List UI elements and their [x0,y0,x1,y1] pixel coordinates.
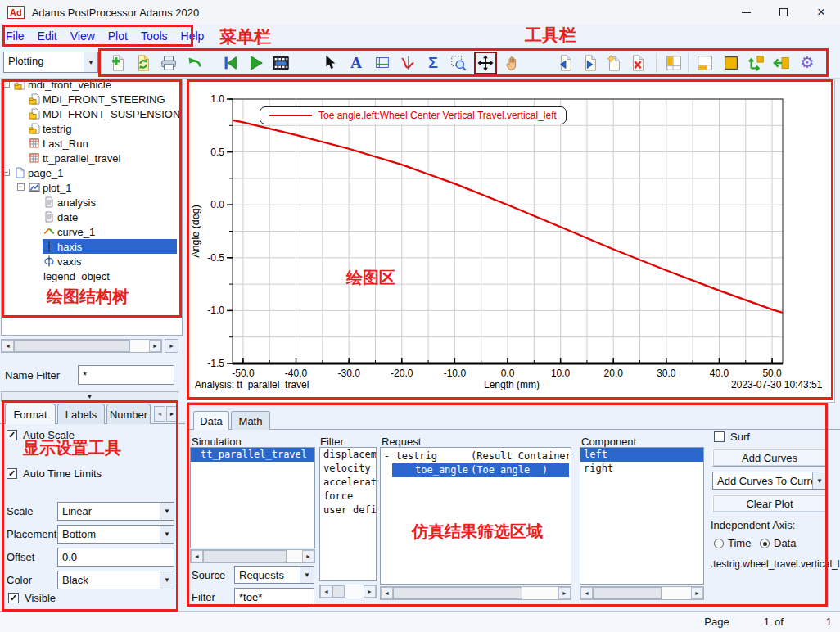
clear-plot-button[interactable]: Clear Plot [712,494,827,512]
chevron-down-icon[interactable]: ▼ [160,503,174,520]
tree-item-testrig[interactable]: testrig [2,121,183,136]
pane-next-button[interactable]: ► [165,339,178,353]
swap-axes-icon[interactable] [747,53,766,73]
scroll-right-icon[interactable]: ► [302,550,314,562]
scroll-right-icon[interactable]: ► [364,585,376,598]
tree-item-MDI_FRONT_STEERING[interactable]: MDI_FRONT_STEERING [2,92,183,106]
component-list[interactable]: leftright [580,447,704,585]
maximize-button[interactable] [765,0,802,25]
component-item[interactable]: left [580,448,703,462]
close-button[interactable]: × [802,0,840,25]
mode-select[interactable]: Plotting ▼ [3,52,98,73]
tree-item-MDI_FRONT_SUSPENSION[interactable]: MDI_FRONT_SUSPENSION [2,106,183,121]
menu-edit[interactable]: Edit [31,29,64,43]
tree-collapse-bar[interactable]: ▼ [1,391,178,402]
menu-view[interactable]: View [64,29,102,43]
component-h-scrollbar[interactable]: ◄► [580,586,704,600]
select-cursor-icon[interactable] [320,53,340,73]
scale-select[interactable]: Linear▼ [57,502,174,521]
layout-bottom-icon[interactable] [695,53,715,73]
add-page-icon[interactable] [604,53,624,73]
menu-plot[interactable]: Plot [102,29,134,43]
scroll-left-icon[interactable]: ◄ [580,587,593,599]
reload-icon[interactable] [133,53,153,73]
tree-expander-icon[interactable]: − [17,183,25,191]
scroll-thumb[interactable] [593,587,662,599]
animation-icon[interactable] [271,53,291,73]
play-icon[interactable] [246,53,265,73]
sigma-icon[interactable]: Σ [423,53,443,73]
tab-next-button[interactable]: ► [166,406,178,422]
auto-time-limits-checkbox[interactable]: ✓ Auto Time Limits [7,467,102,480]
tree-expander-icon[interactable]: − [2,80,10,88]
chevron-down-icon[interactable]: ▼ [160,571,174,589]
simulation-item[interactable]: tt_parallel_travel [191,448,314,462]
scroll-right-icon[interactable]: ► [558,587,571,599]
filter-item[interactable]: force [320,490,376,503]
simulation-h-scrollbar[interactable]: ◄► [190,549,315,563]
scroll-left-icon[interactable]: ◄ [2,340,14,352]
tree-expander-icon[interactable]: − [2,169,10,176]
minimize-button[interactable] [727,0,765,25]
tab-prev-button[interactable]: ◄ [154,406,165,422]
placement-select[interactable]: Bottom▼ [57,525,174,544]
source-select[interactable]: Requests ▼ [234,566,314,584]
results-tab-data[interactable]: Data [193,411,229,430]
menu-tools[interactable]: Tools [134,29,174,43]
layout-full-icon[interactable] [721,53,741,73]
prev-page-icon[interactable] [555,53,575,73]
color-select[interactable]: Black▼ [57,571,174,589]
scroll-thumb[interactable] [14,340,130,352]
tree-item-haxis[interactable]: haxis [2,239,183,254]
curve-edit-icon[interactable] [398,53,418,73]
scroll-thumb[interactable] [203,550,287,562]
filter-item[interactable]: displacement [320,448,376,462]
scroll-left-icon[interactable]: ◄ [320,585,332,598]
next-page-icon[interactable] [580,53,600,73]
component-item[interactable]: right [580,462,703,476]
tab-number[interactable]: Number [106,404,151,424]
tree-item-legend_object[interactable]: legend_object [2,269,183,283]
settings-icon[interactable]: ⚙ [797,53,817,73]
tab-labels[interactable]: Labels [57,404,105,424]
chevron-down-icon[interactable]: ▼ [300,567,314,583]
filter-field-input[interactable] [234,588,314,606]
hand-icon[interactable] [503,53,522,73]
menu-help[interactable]: Help [174,29,211,43]
zoom-area-icon[interactable] [449,53,468,73]
data-radio[interactable]: Data [760,537,796,549]
tree-item-mdi_front_vehicle[interactable]: −mdi_front_vehicle [2,79,183,92]
text-icon[interactable]: A [346,53,366,73]
tree-h-scrollbar[interactable]: ◄► [1,339,162,353]
tree-item-page_1[interactable]: −page_1 [2,165,183,180]
time-radio[interactable]: Time [714,537,751,549]
visible-checkbox[interactable]: ✓ Visible [8,592,56,604]
tree-item-vaxis[interactable]: vaxis [2,254,183,269]
filter-h-scrollbar[interactable]: ◄► [319,585,377,598]
chevron-down-icon[interactable]: ▼ [160,526,174,543]
back-icon[interactable] [772,53,792,73]
undo-icon[interactable] [184,53,204,73]
auto-scale-checkbox[interactable]: ✓ Auto Scale [7,429,75,441]
tab-format[interactable]: Format [5,404,56,424]
offset-input[interactable] [57,548,174,567]
scroll-thumb[interactable] [393,587,522,599]
new-plot-page-icon[interactable] [108,53,128,73]
pan-icon[interactable] [474,52,497,74]
chevron-down-icon[interactable]: ▼ [812,472,826,489]
scroll-thumb[interactable] [332,585,345,598]
tree-item-date[interactable]: date [2,210,183,224]
menu-file[interactable]: File [0,29,31,43]
tree-item-Last_Run[interactable]: Last_Run [2,136,183,151]
request-row[interactable]: toe_angle(Toe angle ) [381,463,571,477]
scroll-right-icon[interactable]: ► [691,587,703,599]
simulation-list[interactable]: tt_parallel_travel [190,447,315,548]
name-filter-input[interactable] [78,365,174,385]
scroll-right-icon[interactable]: ► [149,340,161,352]
plot-area[interactable]: -50.0-40.0-30.0-20.0-10.00.010.020.030.0… [187,79,835,403]
scroll-left-icon[interactable]: ◄ [381,587,393,599]
request-row[interactable]: - testrig(Result Container [381,449,571,463]
plot-axes-icon[interactable] [373,53,392,73]
filter-list[interactable]: displacementvelocityaccelerationforceuse… [319,447,377,581]
delete-page-icon[interactable] [628,53,648,73]
